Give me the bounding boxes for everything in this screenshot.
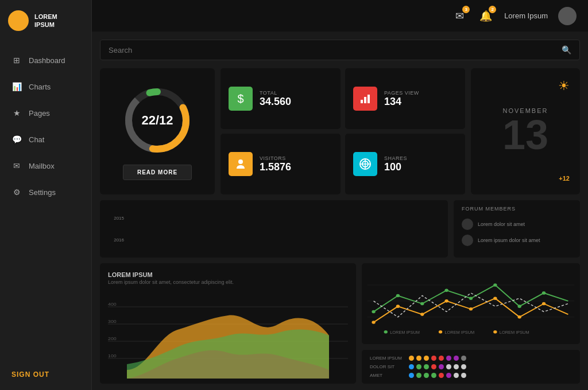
stat-visitors: VISITORS 1.5876 bbox=[220, 134, 341, 194]
sidebar-item-settings[interactable]: ⚙Settings bbox=[0, 179, 91, 205]
stat-label-shares: SHARES bbox=[384, 155, 407, 161]
dot bbox=[461, 373, 466, 378]
nav-label: Dashboard bbox=[29, 56, 65, 65]
nav-icon-settings: ⚙ bbox=[11, 187, 22, 197]
svg-point-25 bbox=[420, 302, 424, 306]
mail-badge: 3 bbox=[462, 6, 470, 13]
dot bbox=[454, 356, 459, 361]
dot bbox=[424, 364, 429, 369]
stat-value-pages: 134 bbox=[384, 96, 419, 108]
nav-icon-pages: ★ bbox=[11, 108, 22, 118]
dot bbox=[446, 373, 451, 378]
topbar: ✉ 3 🔔 2 Lorem Ipsum bbox=[92, 0, 588, 32]
dot bbox=[439, 364, 444, 369]
stat-label-pages: PAGES VIEW bbox=[384, 90, 419, 96]
legend-dots-2 bbox=[409, 364, 466, 369]
dot bbox=[431, 364, 436, 369]
legend-dots-1 bbox=[409, 356, 466, 361]
dot bbox=[416, 364, 421, 369]
sidebar-item-chat[interactable]: 💬Chat bbox=[0, 126, 91, 153]
bar-label-2016: 2016 bbox=[109, 237, 124, 243]
forum-member-2: Lorem ipsum dolor sit amet bbox=[462, 232, 572, 248]
sidebar-item-dashboard[interactable]: ⊞Dashboard bbox=[0, 47, 91, 73]
forum-title: FORUM MEMBERS bbox=[462, 206, 572, 212]
svg-text:100: 100 bbox=[108, 353, 117, 358]
svg-point-7 bbox=[238, 159, 243, 164]
mid-row: 2015 2016 FORUM MEMBERS Lorem dolo bbox=[100, 200, 580, 258]
legend-row-1: LOREM IPSUM bbox=[370, 356, 572, 361]
forum-member-1: Lorem dolor sit amet bbox=[462, 216, 572, 232]
bar-row-2016: 2016 bbox=[109, 237, 439, 243]
search-icon: 🔍 bbox=[562, 45, 571, 54]
logo-circle bbox=[8, 10, 29, 31]
area-chart-title: LOREM IPSUM bbox=[108, 271, 348, 278]
dot bbox=[409, 373, 414, 378]
sidebar-item-pages[interactable]: ★Pages bbox=[0, 100, 91, 126]
signout-button[interactable]: SIGN OUT bbox=[0, 359, 91, 390]
legend-label-2: DOLOR SIT bbox=[370, 364, 404, 369]
user-avatar bbox=[558, 7, 577, 25]
svg-rect-4 bbox=[361, 100, 363, 103]
top-widgets-row: 22/12 READ MORE $ TOTAL 34.560 PAGES VIE… bbox=[100, 68, 580, 194]
dot bbox=[431, 356, 436, 361]
svg-point-26 bbox=[444, 288, 448, 292]
svg-point-27 bbox=[469, 297, 473, 300]
stat-shares: SHARES 100 bbox=[345, 134, 465, 194]
dot bbox=[431, 373, 436, 378]
forum-avatar-2 bbox=[462, 235, 473, 246]
nav-icon-charts: 📊 bbox=[11, 81, 22, 92]
sidebar-item-charts[interactable]: 📊Charts bbox=[0, 73, 91, 100]
mail-icon[interactable]: ✉ 3 bbox=[451, 8, 467, 24]
dot bbox=[416, 373, 421, 378]
nav-label: Charts bbox=[29, 83, 51, 91]
stat-icon-total: $ bbox=[229, 87, 253, 111]
bar-row-2015: 2015 bbox=[109, 216, 439, 221]
svg-point-28 bbox=[493, 283, 497, 287]
sidebar: LOREMIPSUM ⊞Dashboard📊Charts★Pages💬Chat✉… bbox=[0, 0, 92, 390]
nav-label: Settings bbox=[29, 188, 56, 197]
dot bbox=[409, 356, 414, 361]
bar-label-2015: 2015 bbox=[109, 216, 124, 221]
user-name: Lorem Ipsum bbox=[504, 11, 548, 20]
sun-icon: ☀ bbox=[558, 79, 570, 93]
area-chart-svg: 400 300 200 100 bbox=[108, 290, 348, 379]
stat-total: $ TOTAL 34.560 bbox=[220, 68, 341, 129]
line-chart-col: LOREM IPSUM LOREM IPSUM LOREM IPSUM LORE… bbox=[362, 263, 580, 384]
stat-label-total: TOTAL bbox=[260, 90, 291, 96]
dot bbox=[454, 364, 459, 369]
bottom-row: LOREM IPSUM Lorem ipsum dolor sit amet, … bbox=[100, 263, 580, 384]
dot bbox=[439, 356, 444, 361]
dot bbox=[416, 356, 421, 361]
sidebar-item-mailbox[interactable]: ✉Mailbox bbox=[0, 153, 91, 179]
read-more-button[interactable]: READ MORE bbox=[123, 165, 192, 180]
dot bbox=[424, 373, 429, 378]
svg-point-32 bbox=[396, 305, 400, 308]
svg-text:400: 400 bbox=[108, 301, 117, 307]
svg-text:LOREM IPSUM: LOREM IPSUM bbox=[444, 330, 474, 334]
svg-point-24 bbox=[396, 294, 400, 298]
svg-point-38 bbox=[542, 302, 546, 306]
svg-point-23 bbox=[372, 310, 375, 314]
stat-value-total: 34.560 bbox=[260, 96, 291, 108]
svg-text:LOREM IPSUM: LOREM IPSUM bbox=[390, 330, 420, 334]
stat-icon-shares bbox=[353, 152, 377, 176]
bar-chart-card: 2015 2016 bbox=[100, 200, 448, 258]
dot bbox=[454, 373, 459, 378]
svg-rect-6 bbox=[368, 95, 370, 103]
gauge-value: 22/12 bbox=[141, 113, 173, 128]
stat-icon-pages bbox=[353, 87, 377, 111]
search-bar: 🔍 bbox=[100, 40, 580, 60]
dot bbox=[461, 364, 466, 369]
bell-badge: 2 bbox=[489, 6, 496, 13]
search-input[interactable] bbox=[109, 46, 562, 54]
nav-menu: ⊞Dashboard📊Charts★Pages💬Chat✉Mailbox⚙Set… bbox=[0, 41, 91, 359]
stats-grid: $ TOTAL 34.560 PAGES VIEW 134 bbox=[220, 68, 465, 194]
logo: LOREMIPSUM bbox=[0, 0, 91, 41]
area-chart-card: LOREM IPSUM Lorem ipsum dolor sit amet, … bbox=[100, 263, 356, 384]
svg-point-30 bbox=[542, 291, 546, 295]
area-chart-subtitle: Lorem ipsum dolor sit amet, consectetur … bbox=[108, 279, 348, 285]
cal-day: 13 bbox=[502, 114, 548, 155]
bell-icon[interactable]: 🔔 2 bbox=[478, 8, 494, 24]
nav-icon-mailbox: ✉ bbox=[11, 161, 22, 171]
svg-rect-5 bbox=[364, 97, 366, 103]
